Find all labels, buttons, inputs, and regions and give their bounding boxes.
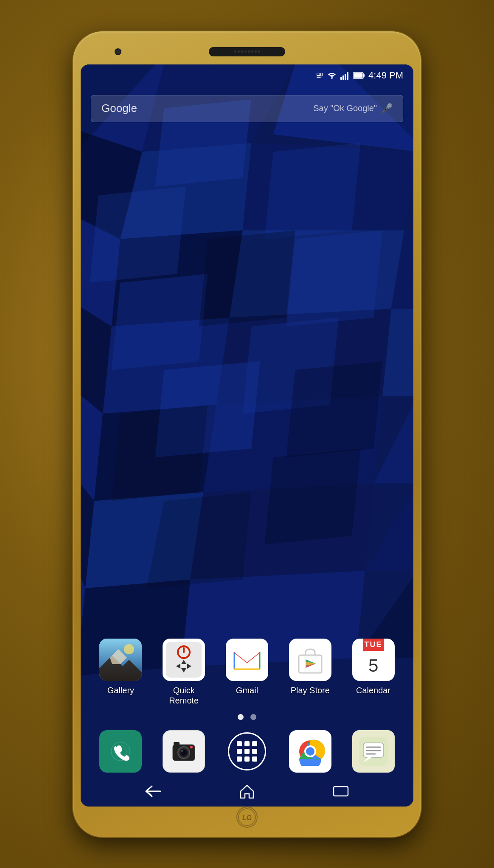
phone-icon (108, 739, 133, 764)
nav-home-button[interactable] (239, 784, 255, 799)
phone-top-bar (81, 39, 413, 64)
back-icon (144, 784, 162, 798)
dock-phone[interactable] (99, 730, 142, 773)
page-dot-2 (250, 714, 256, 720)
app-play-store[interactable]: Play Store (285, 639, 336, 706)
apps-grid-icon (237, 741, 257, 762)
page-indicators (81, 714, 413, 720)
search-hint: Say "Ok Google" 🎤 (144, 103, 393, 114)
svg-point-52 (124, 644, 134, 654)
phone-bottom-bar: LG (236, 807, 258, 828)
screen: 🖳 (81, 64, 413, 807)
svg-point-80 (190, 746, 193, 748)
app-grid: Gallery (81, 639, 413, 706)
google-logo: Google (101, 102, 137, 115)
home-spacer (81, 122, 413, 639)
nav-bar (81, 779, 413, 803)
mic-icon[interactable]: 🎤 (381, 103, 393, 114)
calendar-day: TUE (363, 639, 384, 651)
dock-messages[interactable] (352, 730, 395, 773)
svg-rect-45 (347, 72, 348, 80)
svg-rect-75 (174, 742, 180, 745)
svg-rect-92 (334, 787, 348, 796)
multi-window-icon: 🖳 (316, 71, 323, 80)
app-calendar[interactable]: TUE 5 Calendar (348, 639, 399, 706)
gmail-icon (226, 639, 268, 681)
apps-circle (228, 732, 266, 770)
calendar-label: Calendar (356, 685, 390, 695)
battery-icon (353, 72, 365, 79)
svg-rect-48 (354, 73, 363, 78)
nav-back-button[interactable] (144, 784, 162, 798)
phone-device: 🖳 (73, 31, 421, 837)
search-bar[interactable]: Google Say "Ok Google" 🎤 (91, 95, 403, 122)
svg-point-41 (331, 78, 333, 79)
app-gallery[interactable]: Gallery (95, 639, 146, 706)
chrome-icon (296, 737, 325, 766)
svg-text:LG: LG (242, 814, 252, 821)
dock-camera[interactable] (163, 730, 205, 773)
home-icon (239, 784, 255, 799)
signal-icon (340, 71, 350, 80)
status-time: 4:49 PM (368, 70, 403, 81)
dock-chrome[interactable] (289, 730, 331, 773)
status-icons: 🖳 (316, 70, 403, 81)
gallery-icon (99, 639, 142, 681)
status-bar: 🖳 (81, 64, 413, 87)
gallery-label: Gallery (107, 685, 134, 695)
play-store-label: Play Store (291, 685, 330, 695)
dock-all-apps[interactable] (226, 730, 268, 773)
recents-icon (332, 785, 350, 798)
gmail-label: Gmail (236, 685, 258, 695)
page-dot-1 (238, 714, 244, 720)
quick-remote-icon (163, 639, 205, 681)
front-camera (115, 48, 121, 55)
wifi-icon (327, 71, 337, 80)
svg-rect-43 (342, 75, 344, 80)
svg-point-79 (181, 750, 183, 752)
app-gmail[interactable]: Gmail (222, 639, 272, 706)
lg-brand-icon: LG (238, 808, 256, 826)
speaker-grille (209, 47, 285, 56)
lg-logo: LG (236, 807, 258, 828)
svg-point-85 (306, 747, 314, 756)
svg-rect-47 (363, 74, 365, 77)
calendar-date: 5 (368, 651, 378, 681)
calendar-icon: TUE 5 (352, 639, 395, 681)
app-quick-remote[interactable]: QuickRemote (158, 639, 209, 706)
dock (81, 730, 413, 773)
svg-rect-42 (340, 77, 342, 80)
svg-rect-44 (345, 74, 346, 80)
messages-icon (359, 737, 388, 766)
nav-recents-button[interactable] (332, 785, 350, 798)
play-store-icon (289, 639, 331, 681)
camera-icon (169, 737, 198, 766)
quick-remote-label: QuickRemote (169, 685, 199, 706)
